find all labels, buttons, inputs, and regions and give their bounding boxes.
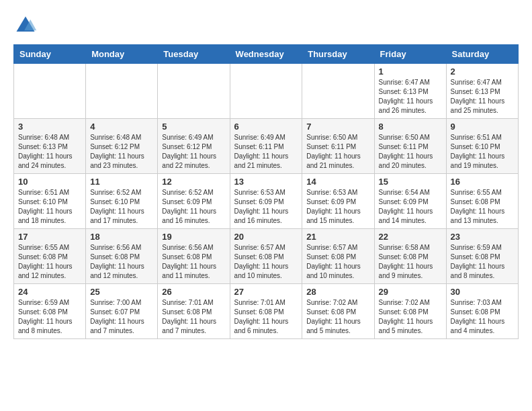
day-number: 4 (90, 122, 153, 132)
day-info: Sunrise: 6:57 AM Sunset: 6:08 PM Dayligh… (306, 243, 369, 281)
day-number: 1 (379, 66, 442, 77)
day-info: Sunrise: 6:59 AM Sunset: 6:08 PM Dayligh… (18, 298, 81, 336)
calendar-cell: 19Sunrise: 6:56 AM Sunset: 6:08 PM Dayli… (158, 229, 230, 284)
calendar-cell: 25Sunrise: 7:00 AM Sunset: 6:07 PM Dayli… (86, 284, 158, 339)
page-header (13, 13, 519, 38)
calendar-cell: 13Sunrise: 6:53 AM Sunset: 6:09 PM Dayli… (230, 174, 302, 229)
calendar-cell: 16Sunrise: 6:55 AM Sunset: 6:08 PM Dayli… (446, 174, 518, 229)
calendar-cell: 24Sunrise: 6:59 AM Sunset: 6:08 PM Dayli… (14, 284, 86, 339)
day-number: 16 (451, 177, 514, 187)
calendar-cell: 17Sunrise: 6:55 AM Sunset: 6:08 PM Dayli… (14, 229, 86, 284)
day-info: Sunrise: 6:47 AM Sunset: 6:13 PM Dayligh… (451, 78, 514, 116)
day-info: Sunrise: 6:59 AM Sunset: 6:08 PM Dayligh… (451, 243, 514, 281)
calendar-cell: 22Sunrise: 6:58 AM Sunset: 6:08 PM Dayli… (374, 229, 446, 284)
day-info: Sunrise: 6:48 AM Sunset: 6:12 PM Dayligh… (90, 133, 153, 171)
day-info: Sunrise: 6:54 AM Sunset: 6:09 PM Dayligh… (379, 188, 442, 226)
calendar-cell (158, 64, 230, 119)
day-info: Sunrise: 6:47 AM Sunset: 6:13 PM Dayligh… (379, 78, 442, 116)
day-info: Sunrise: 6:53 AM Sunset: 6:09 PM Dayligh… (234, 188, 298, 226)
day-info: Sunrise: 7:02 AM Sunset: 6:08 PM Dayligh… (306, 298, 369, 336)
calendar-cell: 21Sunrise: 6:57 AM Sunset: 6:08 PM Dayli… (302, 229, 374, 284)
calendar-week-5: 24Sunrise: 6:59 AM Sunset: 6:08 PM Dayli… (14, 284, 519, 339)
day-info: Sunrise: 6:49 AM Sunset: 6:12 PM Dayligh… (162, 133, 225, 171)
day-info: Sunrise: 6:50 AM Sunset: 6:11 PM Dayligh… (379, 133, 442, 171)
day-number: 3 (18, 122, 81, 132)
calendar-cell: 8Sunrise: 6:50 AM Sunset: 6:11 PM Daylig… (374, 119, 446, 174)
day-number: 9 (451, 122, 514, 132)
calendar-header-row: SundayMondayTuesdayWednesdayThursdayFrid… (14, 45, 519, 64)
day-number: 14 (306, 177, 369, 187)
calendar-week-2: 3Sunrise: 6:48 AM Sunset: 6:13 PM Daylig… (14, 119, 519, 174)
day-number: 18 (90, 232, 153, 242)
day-number: 29 (379, 287, 442, 297)
calendar-cell: 14Sunrise: 6:53 AM Sunset: 6:09 PM Dayli… (302, 174, 374, 229)
day-number: 2 (451, 66, 514, 77)
day-info: Sunrise: 7:01 AM Sunset: 6:08 PM Dayligh… (162, 298, 225, 336)
day-info: Sunrise: 6:55 AM Sunset: 6:08 PM Dayligh… (18, 243, 81, 281)
calendar-cell: 4Sunrise: 6:48 AM Sunset: 6:12 PM Daylig… (86, 119, 158, 174)
calendar-cell (86, 64, 158, 119)
day-info: Sunrise: 6:56 AM Sunset: 6:08 PM Dayligh… (90, 243, 153, 281)
calendar-cell: 23Sunrise: 6:59 AM Sunset: 6:08 PM Dayli… (446, 229, 518, 284)
day-number: 27 (234, 287, 298, 297)
calendar-cell: 12Sunrise: 6:52 AM Sunset: 6:09 PM Dayli… (158, 174, 230, 229)
calendar-header-saturday: Saturday (446, 45, 518, 64)
day-info: Sunrise: 6:48 AM Sunset: 6:13 PM Dayligh… (18, 133, 81, 171)
calendar-cell: 26Sunrise: 7:01 AM Sunset: 6:08 PM Dayli… (158, 284, 230, 339)
calendar-header-thursday: Thursday (302, 45, 374, 64)
calendar-cell: 15Sunrise: 6:54 AM Sunset: 6:09 PM Dayli… (374, 174, 446, 229)
day-number: 28 (306, 287, 369, 297)
day-number: 7 (306, 122, 369, 132)
day-number: 11 (90, 177, 153, 187)
calendar-header-tuesday: Tuesday (158, 45, 230, 64)
day-number: 5 (162, 122, 225, 132)
day-number: 12 (162, 177, 225, 187)
calendar-cell: 9Sunrise: 6:51 AM Sunset: 6:10 PM Daylig… (446, 119, 518, 174)
calendar-cell (14, 64, 86, 119)
day-info: Sunrise: 6:57 AM Sunset: 6:08 PM Dayligh… (234, 243, 298, 281)
calendar-table: SundayMondayTuesdayWednesdayThursdayFrid… (13, 44, 519, 339)
calendar-cell: 3Sunrise: 6:48 AM Sunset: 6:13 PM Daylig… (14, 119, 86, 174)
day-info: Sunrise: 6:52 AM Sunset: 6:09 PM Dayligh… (162, 188, 225, 226)
day-info: Sunrise: 6:49 AM Sunset: 6:11 PM Dayligh… (234, 133, 298, 171)
day-info: Sunrise: 7:02 AM Sunset: 6:08 PM Dayligh… (379, 298, 442, 336)
day-info: Sunrise: 6:58 AM Sunset: 6:08 PM Dayligh… (379, 243, 442, 281)
calendar-cell (302, 64, 374, 119)
calendar-cell: 18Sunrise: 6:56 AM Sunset: 6:08 PM Dayli… (86, 229, 158, 284)
day-number: 23 (451, 232, 514, 242)
calendar-cell: 29Sunrise: 7:02 AM Sunset: 6:08 PM Dayli… (374, 284, 446, 339)
day-number: 25 (90, 287, 153, 297)
calendar-header-sunday: Sunday (14, 45, 86, 64)
calendar-cell: 5Sunrise: 6:49 AM Sunset: 6:12 PM Daylig… (158, 119, 230, 174)
day-number: 13 (234, 177, 298, 187)
calendar-header-wednesday: Wednesday (230, 45, 302, 64)
day-number: 22 (379, 232, 442, 242)
day-number: 10 (18, 177, 81, 187)
calendar-cell: 11Sunrise: 6:52 AM Sunset: 6:10 PM Dayli… (86, 174, 158, 229)
calendar-cell: 28Sunrise: 7:02 AM Sunset: 6:08 PM Dayli… (302, 284, 374, 339)
calendar-cell: 20Sunrise: 6:57 AM Sunset: 6:08 PM Dayli… (230, 229, 302, 284)
logo-icon (13, 13, 38, 38)
logo (13, 13, 42, 38)
day-number: 30 (451, 287, 514, 297)
calendar-cell (230, 64, 302, 119)
day-info: Sunrise: 6:55 AM Sunset: 6:08 PM Dayligh… (451, 188, 514, 226)
day-number: 26 (162, 287, 225, 297)
calendar-header-monday: Monday (86, 45, 158, 64)
day-info: Sunrise: 6:51 AM Sunset: 6:10 PM Dayligh… (18, 188, 81, 226)
day-info: Sunrise: 7:03 AM Sunset: 6:08 PM Dayligh… (451, 298, 514, 336)
day-number: 15 (379, 177, 442, 187)
calendar-cell: 1Sunrise: 6:47 AM Sunset: 6:13 PM Daylig… (374, 64, 446, 119)
day-info: Sunrise: 6:52 AM Sunset: 6:10 PM Dayligh… (90, 188, 153, 226)
calendar-cell: 2Sunrise: 6:47 AM Sunset: 6:13 PM Daylig… (446, 64, 518, 119)
calendar-cell: 6Sunrise: 6:49 AM Sunset: 6:11 PM Daylig… (230, 119, 302, 174)
calendar-cell: 7Sunrise: 6:50 AM Sunset: 6:11 PM Daylig… (302, 119, 374, 174)
day-info: Sunrise: 6:53 AM Sunset: 6:09 PM Dayligh… (306, 188, 369, 226)
calendar-cell: 30Sunrise: 7:03 AM Sunset: 6:08 PM Dayli… (446, 284, 518, 339)
day-info: Sunrise: 6:51 AM Sunset: 6:10 PM Dayligh… (451, 133, 514, 171)
calendar-cell: 10Sunrise: 6:51 AM Sunset: 6:10 PM Dayli… (14, 174, 86, 229)
day-number: 24 (18, 287, 81, 297)
calendar-week-4: 17Sunrise: 6:55 AM Sunset: 6:08 PM Dayli… (14, 229, 519, 284)
day-number: 21 (306, 232, 369, 242)
day-number: 17 (18, 232, 81, 242)
